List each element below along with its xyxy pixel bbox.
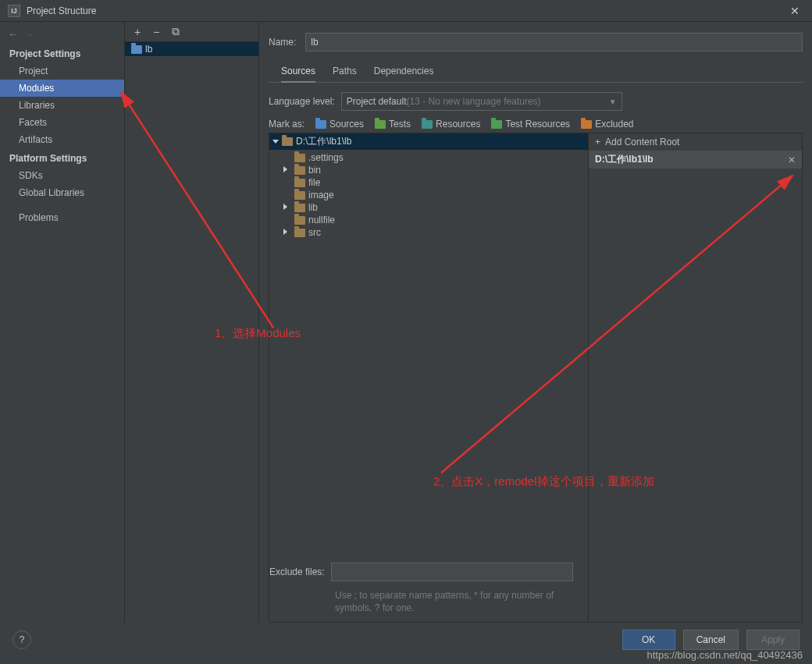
exclude-hint: Use ; to separate name patterns, * for a… bbox=[269, 586, 588, 622]
mark-tests[interactable]: Tests bbox=[375, 119, 411, 130]
tree-item-label: src bbox=[308, 227, 321, 238]
project-settings-heading: Project Settings bbox=[0, 44, 124, 62]
tree-item-label: file bbox=[308, 177, 320, 188]
folder-icon bbox=[282, 137, 293, 146]
remove-module-button[interactable]: − bbox=[153, 26, 159, 38]
exclude-files-input[interactable] bbox=[331, 563, 573, 581]
sidebar-item-problems[interactable]: Problems bbox=[0, 209, 124, 226]
ok-button[interactable]: OK bbox=[622, 630, 675, 650]
tab-paths[interactable]: Paths bbox=[333, 62, 357, 82]
tree-root-row[interactable]: D:\工作\lb1\lb bbox=[269, 133, 588, 150]
tabs: Sources Paths Dependencies bbox=[269, 62, 803, 83]
copy-module-button[interactable]: ⧉ bbox=[172, 25, 180, 38]
expand-icon bbox=[283, 229, 291, 236]
expand-icon bbox=[272, 140, 279, 144]
folder-icon bbox=[294, 229, 305, 237]
plus-icon: + bbox=[595, 137, 600, 147]
add-module-button[interactable]: + bbox=[134, 26, 141, 38]
tree-row[interactable]: src bbox=[269, 226, 588, 239]
tree-item-label: nullfile bbox=[308, 215, 335, 225]
tree-item-label: lib bbox=[308, 202, 318, 213]
tree-row[interactable]: .settings bbox=[269, 151, 588, 164]
nav-forward-button[interactable]: → bbox=[23, 28, 34, 41]
folder-icon bbox=[294, 191, 305, 200]
add-content-root-button[interactable]: + Add Content Root bbox=[589, 133, 802, 151]
chevron-down-icon: ▼ bbox=[609, 98, 617, 106]
tests-folder-icon bbox=[375, 120, 386, 129]
tree-root-path: D:\工作\lb1\lb bbox=[296, 135, 351, 148]
excluded-folder-icon bbox=[581, 120, 592, 129]
remove-content-root-button[interactable]: ✕ bbox=[788, 154, 796, 165]
tab-dependencies[interactable]: Dependencies bbox=[374, 62, 434, 82]
mark-resources[interactable]: Resources bbox=[422, 119, 480, 130]
module-name-input[interactable] bbox=[305, 33, 803, 51]
tab-sources[interactable]: Sources bbox=[281, 62, 315, 83]
sidebar-item-global-libraries[interactable]: Global Libraries bbox=[0, 184, 124, 201]
test-resources-folder-icon bbox=[491, 120, 502, 129]
sidebar-item-libraries[interactable]: Libraries bbox=[0, 97, 124, 114]
expand-icon bbox=[283, 166, 291, 174]
mark-sources[interactable]: Sources bbox=[315, 119, 364, 130]
app-icon: IJ bbox=[8, 5, 20, 17]
tree-row[interactable]: bin bbox=[269, 164, 588, 176]
sources-folder-icon bbox=[315, 120, 326, 129]
apply-button[interactable]: Apply bbox=[746, 630, 800, 650]
add-content-root-label: Add Content Root bbox=[605, 137, 679, 147]
folder-icon bbox=[294, 179, 305, 187]
detail-panel: Name: Sources Paths Dependencies Languag… bbox=[259, 22, 812, 623]
platform-settings-heading: Platform Settings bbox=[0, 148, 124, 167]
mark-excluded[interactable]: Excluded bbox=[581, 119, 633, 130]
content-root-row[interactable]: D:\工作\lb1\lb ✕ bbox=[589, 151, 802, 169]
window-title: Project Structure bbox=[27, 5, 785, 16]
tree-item-label: .settings bbox=[308, 152, 344, 163]
tree-item-label: image bbox=[308, 190, 334, 201]
module-name: lb bbox=[145, 44, 152, 55]
sidebar-item-facets[interactable]: Facets bbox=[0, 114, 124, 131]
folder-icon bbox=[294, 166, 305, 175]
window-close-button[interactable]: ✕ bbox=[785, 5, 804, 17]
sidebar-item-modules[interactable]: Modules bbox=[0, 80, 124, 97]
expand-icon bbox=[283, 204, 291, 211]
sidebar-item-project[interactable]: Project bbox=[0, 62, 124, 80]
modules-column: + − ⧉ lb bbox=[125, 22, 259, 623]
content-roots-panel: + Add Content Root D:\工作\lb1\lb ✕ bbox=[589, 133, 803, 623]
source-tree-panel: D:\工作\lb1\lb .settingsbinfileimagelibnul… bbox=[269, 133, 589, 623]
folder-icon bbox=[294, 154, 305, 162]
module-folder-icon bbox=[131, 45, 142, 54]
content-root-path: D:\工作\lb1\lb bbox=[595, 153, 654, 166]
tree-row[interactable]: nullfile bbox=[269, 214, 588, 226]
module-list-item[interactable]: lb bbox=[125, 42, 258, 56]
tree-item-label: bin bbox=[308, 165, 321, 176]
language-level-select[interactable]: Project default (13 - No new language fe… bbox=[341, 92, 622, 111]
watermark: https://blog.csdn.net/qq_40492436 bbox=[647, 649, 803, 661]
annotation-1: 1、选择Modules bbox=[215, 326, 301, 341]
sidebar-item-artifacts[interactable]: Artifacts bbox=[0, 131, 124, 148]
tree-row[interactable]: file bbox=[269, 176, 588, 189]
language-level-hint: (13 - No new language features) bbox=[406, 96, 540, 107]
mark-as-label: Mark as: bbox=[269, 119, 304, 130]
nav-back-button[interactable]: ← bbox=[8, 28, 19, 41]
help-button[interactable]: ? bbox=[12, 630, 31, 649]
language-level-label: Language level: bbox=[269, 96, 335, 107]
titlebar: IJ Project Structure ✕ bbox=[0, 0, 812, 22]
cancel-button[interactable]: Cancel bbox=[683, 630, 739, 650]
language-level-value: Project default bbox=[347, 96, 407, 107]
tree-row[interactable]: image bbox=[269, 189, 588, 201]
folder-icon bbox=[294, 216, 305, 225]
name-label: Name: bbox=[269, 37, 296, 48]
resources-folder-icon bbox=[422, 120, 433, 129]
folder-icon bbox=[294, 204, 305, 212]
tree-row[interactable]: lib bbox=[269, 201, 588, 214]
exclude-files-label: Exclude files: bbox=[269, 566, 325, 577]
mark-test-resources[interactable]: Test Resources bbox=[491, 119, 570, 130]
annotation-2: 2、点击X，remodel掉这个项目，重新添加 bbox=[433, 474, 654, 489]
sidebar: ← → Project Settings Project Modules Lib… bbox=[0, 22, 125, 623]
sidebar-item-sdks[interactable]: SDKs bbox=[0, 167, 124, 184]
